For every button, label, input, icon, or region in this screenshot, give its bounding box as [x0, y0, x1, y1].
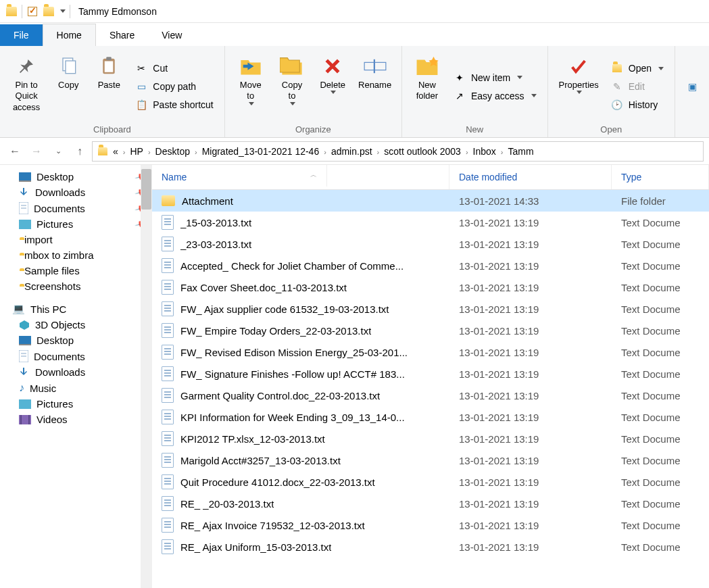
qat-dropdown-icon[interactable] — [60, 9, 66, 13]
tree-item[interactable]: Desktop📌 — [0, 169, 152, 185]
tree-this-pc[interactable]: 💻 This PC — [0, 301, 152, 317]
cut-button[interactable]: ✂Cut — [131, 61, 218, 76]
tree-item[interactable]: Documents📌 — [0, 200, 152, 216]
breadcrumb-item[interactable]: admin.pst — [328, 145, 375, 158]
breadcrumb-item[interactable]: Desktop — [153, 145, 193, 158]
desktop-icon — [19, 172, 31, 182]
paste-button[interactable]: Paste — [91, 50, 127, 123]
paste-shortcut-button[interactable]: 📋Paste shortcut — [131, 97, 218, 112]
file-row[interactable]: _15-03-2013.txt13-01-2021 13:19Text Docu… — [152, 212, 709, 233]
tree-scrollbar[interactable] — [141, 165, 152, 588]
breadcrumb-item[interactable]: scott outlook 2003 — [381, 145, 464, 158]
svg-rect-7 — [19, 172, 31, 180]
breadcrumb-item[interactable]: Migrated_13-01-2021 12-46 — [199, 145, 322, 158]
file-row[interactable]: RE_ Ajax Uniform_15-03-2013.txt13-01-202… — [152, 536, 709, 558]
file-row[interactable]: FW_ Revised Edison Mission Energy_25-03-… — [152, 341, 709, 363]
file-row[interactable]: Fax Cover Sheet.doc_11-03-2013.txt13-01-… — [152, 276, 709, 298]
tree-item[interactable]: mbox to zimbra — [0, 247, 152, 263]
new-folder-button[interactable]: New folder — [409, 50, 445, 123]
file-name: KPI Information for Week Ending 3_09_13_… — [180, 412, 405, 423]
tree-item[interactable]: Desktop — [0, 333, 152, 348]
new-item-button[interactable]: ✦New item — [449, 70, 541, 85]
copy-to-button[interactable]: Copy to — [274, 50, 311, 123]
tree-item[interactable]: Screenshots — [0, 278, 152, 294]
tab-home[interactable]: Home — [43, 24, 96, 46]
nav-back-button[interactable]: ← — [5, 142, 24, 161]
file-row[interactable]: FW_ Signature Finishes -Follow up! ACCT#… — [152, 363, 709, 385]
file-row[interactable]: RE_ Ajax Invoice 719532_12-03-2013.txt13… — [152, 514, 709, 536]
breadcrumb-item[interactable]: Inbox — [470, 145, 499, 158]
easy-access-button[interactable]: ↗Easy access — [449, 89, 541, 103]
file-type: Text Docume — [612, 541, 709, 553]
copy-path-button[interactable]: ▭Copy path — [131, 79, 218, 94]
copy-button[interactable]: Copy — [50, 50, 87, 123]
tab-file[interactable]: File — [0, 24, 43, 46]
rename-button[interactable]: Rename — [355, 50, 395, 123]
file-type: Text Docume — [612, 476, 709, 488]
file-row[interactable]: RE_ _20-03-2013.txt13-01-2021 13:19Text … — [152, 493, 709, 514]
folder-icon — [162, 195, 175, 206]
group-select: ▣ — [675, 46, 709, 137]
paste-icon — [99, 53, 119, 80]
file-date: 13-01-2021 13:19 — [449, 303, 612, 315]
tab-view[interactable]: View — [148, 24, 195, 46]
file-row[interactable]: Attachment13-01-2021 14:33File folder — [152, 190, 709, 212]
pin-quick-access-button[interactable]: Pin to Quick access — [7, 50, 46, 123]
col-date[interactable]: Date modified — [449, 165, 612, 189]
tree-item[interactable]: Pictures — [0, 396, 152, 412]
breadcrumbs[interactable]: «›HP›Desktop›Migrated_13-01-2021 12-46›a… — [92, 141, 704, 162]
nav-forward-button[interactable]: → — [27, 142, 46, 161]
properties-button[interactable]: Properties — [555, 50, 603, 123]
nav-recent-button[interactable]: ⌄ — [49, 142, 68, 161]
file-date: 13-01-2021 13:19 — [449, 541, 612, 553]
breadcrumb-item[interactable]: Tamm — [505, 145, 536, 158]
delete-button[interactable]: Delete — [314, 50, 351, 123]
file-row[interactable]: Quit Procedure 41012.docx_22-03-2013.txt… — [152, 471, 709, 493]
history-button[interactable]: 🕑History — [607, 97, 668, 112]
select-partial-button[interactable]: ▣ — [682, 79, 702, 94]
file-row[interactable]: _23-03-2013.txt13-01-2021 13:19Text Docu… — [152, 233, 709, 255]
file-name: RE_ Ajax Invoice 719532_12-03-2013.txt — [180, 520, 365, 531]
qat-checkbox-icon[interactable] — [26, 5, 39, 18]
breadcrumb-item[interactable]: HP — [127, 145, 145, 158]
tree-item[interactable]: Downloads📌 — [0, 185, 152, 200]
file-row[interactable]: Garment Quality Control.doc_22-03-2013.t… — [152, 385, 709, 406]
tab-share[interactable]: Share — [96, 24, 148, 46]
breadcrumb-item[interactable]: « — [110, 145, 121, 158]
tree-item[interactable]: Downloads — [0, 364, 152, 380]
chevron-right-icon: › — [464, 148, 470, 156]
file-row[interactable]: FW_ Empire Today Orders_22-03-2013.txt13… — [152, 320, 709, 341]
tree-item[interactable]: Videos — [0, 412, 152, 427]
open-button[interactable]: Open — [607, 61, 668, 76]
file-type: Text Docume — [612, 368, 709, 380]
edit-button[interactable]: ✎Edit — [607, 79, 668, 94]
folder-icon — [97, 145, 109, 157]
move-to-button[interactable]: Move to — [232, 50, 270, 123]
file-row[interactable]: FW_ Ajax supplier code 61532_19-03-2013.… — [152, 298, 709, 320]
file-name: FW_ Empire Today Orders_22-03-2013.txt — [180, 325, 371, 337]
tree-item[interactable]: ♪Music — [0, 380, 152, 396]
file-row[interactable]: KPI2012 TP.xlsx_12-03-2013.txt13-01-2021… — [152, 428, 709, 449]
tree-item[interactable]: Documents — [0, 348, 152, 364]
file-name: _23-03-2013.txt — [180, 239, 251, 250]
file-type: Text Docume — [612, 520, 709, 531]
chevron-down-icon — [331, 91, 336, 94]
tree-item[interactable]: Pictures📌 — [0, 216, 152, 232]
svg-rect-12 — [19, 220, 31, 229]
tree-item[interactable]: import — [0, 232, 152, 247]
file-name: Garment Quality Control.doc_22-03-2013.t… — [180, 390, 380, 401]
file-row[interactable]: Accepted_ Check for Joliet Chamber of Co… — [152, 255, 709, 276]
col-type[interactable]: Type — [612, 165, 709, 189]
file-row[interactable]: KPI Information for Week Ending 3_09_13_… — [152, 406, 709, 428]
qat-folder-icon[interactable] — [43, 5, 55, 18]
tree-item[interactable]: 3D Objects — [0, 317, 152, 333]
address-bar: ← → ⌄ ↑ «›HP›Desktop›Migrated_13-01-2021… — [0, 138, 709, 165]
group-label: Organize — [232, 123, 395, 136]
scrollbar-thumb[interactable] — [141, 169, 151, 210]
chevron-down-icon — [577, 91, 582, 94]
nav-up-button[interactable]: ↑ — [70, 142, 89, 161]
nav-tree[interactable]: Desktop📌Downloads📌Documents📌Pictures📌imp… — [0, 165, 152, 588]
file-row[interactable]: Marigold Acct#3257_13-03-2013.txt13-01-2… — [152, 449, 709, 471]
tree-item[interactable]: Sample files — [0, 263, 152, 278]
file-date: 13-01-2021 13:19 — [449, 433, 612, 445]
